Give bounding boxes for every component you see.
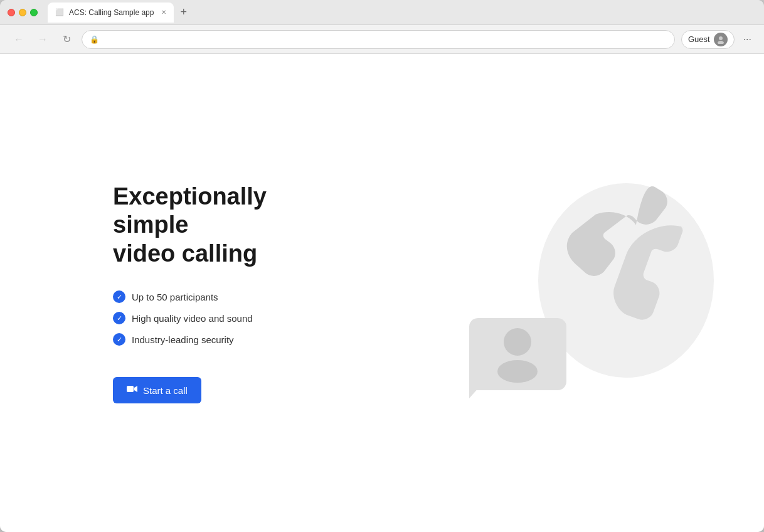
features-list: ✓ Up to 50 participants ✓ High quality v… bbox=[113, 290, 326, 346]
active-tab[interactable]: ⬜ ACS: Calling Sample app ✕ bbox=[48, 3, 174, 23]
tab-page-icon: ⬜ bbox=[55, 8, 64, 16]
left-content: Exceptionally simple video calling ✓ Up … bbox=[0, 145, 326, 442]
browser-menu-button[interactable]: ··· bbox=[741, 34, 754, 45]
list-item: ✓ Industry-leading security bbox=[113, 333, 326, 346]
forward-button[interactable]: → bbox=[34, 31, 51, 48]
svg-point-6 bbox=[504, 328, 531, 356]
illustration-svg bbox=[450, 168, 714, 418]
feature-text: Industry-leading security bbox=[132, 334, 234, 345]
tab-close-button[interactable]: ✕ bbox=[161, 9, 166, 16]
svg-point-7 bbox=[497, 360, 538, 383]
start-call-button[interactable]: Start a call bbox=[113, 377, 201, 403]
refresh-button[interactable]: ↻ bbox=[58, 31, 75, 48]
title-bar: ⬜ ACS: Calling Sample app ✕ + bbox=[0, 0, 764, 25]
profile-label: Guest bbox=[688, 35, 710, 44]
main-heading: Exceptionally simple video calling bbox=[113, 183, 326, 269]
address-input[interactable] bbox=[104, 35, 667, 44]
start-call-label: Start a call bbox=[143, 385, 188, 396]
new-tab-button[interactable]: + bbox=[180, 6, 187, 19]
back-button[interactable]: ← bbox=[10, 31, 28, 48]
check-icon: ✓ bbox=[113, 312, 125, 324]
feature-text: Up to 50 participants bbox=[132, 292, 218, 302]
svg-rect-2 bbox=[127, 386, 134, 392]
page-content: Exceptionally simple video calling ✓ Up … bbox=[0, 54, 764, 532]
illustration bbox=[450, 168, 714, 418]
profile-area[interactable]: Guest bbox=[681, 30, 735, 49]
tab-bar: ⬜ ACS: Calling Sample app ✕ + bbox=[48, 3, 756, 23]
svg-point-0 bbox=[719, 36, 723, 40]
feature-text: High quality video and sound bbox=[132, 313, 253, 324]
check-icon: ✓ bbox=[113, 333, 125, 346]
maximize-window-button[interactable] bbox=[30, 9, 38, 16]
traffic-lights bbox=[8, 9, 38, 16]
lock-icon: 🔒 bbox=[90, 35, 99, 44]
svg-point-1 bbox=[718, 41, 724, 44]
video-camera-icon bbox=[127, 385, 138, 396]
avatar bbox=[714, 33, 728, 46]
close-window-button[interactable] bbox=[8, 9, 15, 16]
nav-bar: ← → ↻ 🔒 Guest ··· bbox=[0, 25, 764, 54]
list-item: ✓ Up to 50 participants bbox=[113, 290, 326, 303]
tab-title: ACS: Calling Sample app bbox=[69, 8, 154, 17]
list-item: ✓ High quality video and sound bbox=[113, 312, 326, 324]
address-bar: 🔒 bbox=[82, 30, 675, 49]
check-icon: ✓ bbox=[113, 290, 125, 303]
browser-window: ⬜ ACS: Calling Sample app ✕ + ← → ↻ 🔒 Gu… bbox=[0, 0, 764, 532]
minimize-window-button[interactable] bbox=[19, 9, 26, 16]
